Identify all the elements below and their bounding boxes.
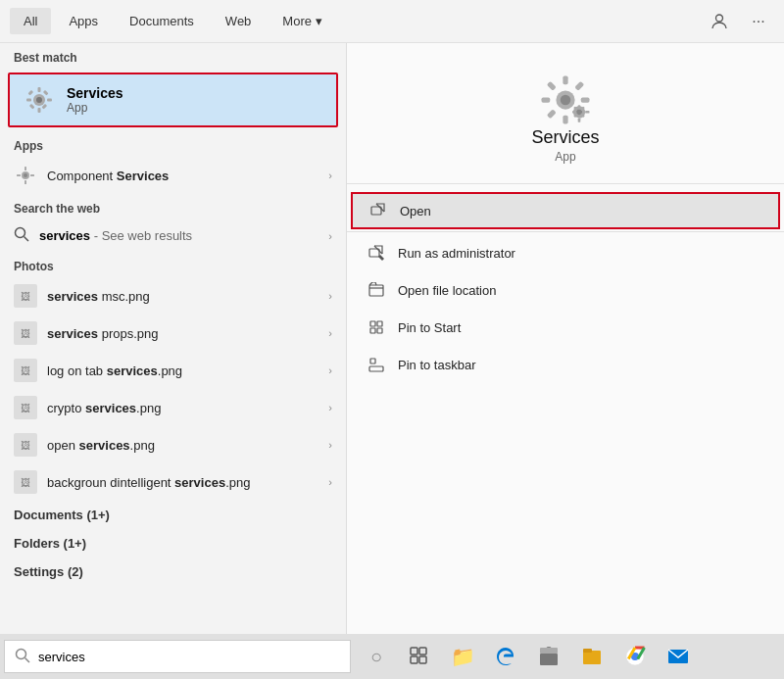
- svg-rect-24: [574, 81, 584, 91]
- svg-rect-46: [370, 328, 375, 333]
- run-as-admin-action[interactable]: Run as administrator: [347, 234, 784, 271]
- svg-rect-21: [563, 116, 567, 124]
- tab-apps[interactable]: Apps: [55, 8, 112, 34]
- svg-rect-22: [542, 97, 551, 102]
- edge-icon[interactable]: [486, 637, 525, 676]
- best-match-text: Services App: [67, 85, 123, 115]
- svg-rect-20: [563, 76, 567, 85]
- pin-to-start-icon: [367, 317, 386, 337]
- file-explorer-icon[interactable]: 📁: [443, 637, 482, 676]
- svg-rect-47: [377, 328, 382, 333]
- user-icon-btn[interactable]: [704, 6, 735, 37]
- svg-rect-27: [547, 109, 557, 119]
- svg-rect-13: [24, 180, 26, 184]
- run-as-admin-label: Run as administrator: [398, 246, 515, 261]
- svg-rect-12: [24, 167, 26, 170]
- photo-icon-2: 🖼: [14, 321, 37, 345]
- photo-icon-3: 🖼: [14, 359, 37, 382]
- app-detail-name: Services: [531, 127, 599, 148]
- svg-rect-14: [17, 174, 21, 176]
- svg-line-51: [25, 657, 30, 662]
- photo-icon-5: 🖼: [14, 433, 37, 457]
- documents-section[interactable]: Documents (1+): [0, 501, 346, 529]
- photo-item-5[interactable]: 🖼 open services.png ›: [0, 426, 346, 463]
- chrome-icon[interactable]: [615, 637, 655, 676]
- component-services-label: Component Services: [47, 169, 318, 183]
- tab-all[interactable]: All: [10, 8, 51, 34]
- mail-icon[interactable]: [659, 637, 698, 676]
- svg-line-41: [374, 246, 382, 254]
- search-circle-icon[interactable]: ○: [357, 637, 396, 676]
- action-list: Open Run as administrator: [347, 184, 784, 389]
- svg-rect-30: [578, 105, 581, 109]
- pin-to-start-action[interactable]: Pin to Start: [347, 309, 784, 346]
- open-label: Open: [400, 204, 431, 218]
- services-app-icon: [24, 84, 55, 116]
- open-file-location-icon: [367, 280, 386, 300]
- svg-rect-32: [572, 111, 576, 114]
- documents-label: Documents (1+): [14, 508, 110, 522]
- photo-chevron-1: ›: [328, 290, 332, 302]
- photo-chevron-3: ›: [328, 364, 332, 376]
- apps-section-label: Apps: [0, 131, 346, 157]
- tab-web[interactable]: Web: [212, 8, 266, 34]
- open-file-location-label: Open file location: [398, 283, 496, 298]
- svg-rect-59: [583, 649, 592, 653]
- more-options-btn[interactable]: ···: [743, 6, 774, 37]
- svg-rect-9: [29, 104, 35, 110]
- svg-rect-49: [370, 359, 375, 364]
- svg-rect-2: [38, 87, 41, 92]
- file-manager-icon[interactable]: [572, 637, 612, 676]
- pin-to-start-label: Pin to Start: [398, 320, 461, 335]
- svg-rect-31: [578, 118, 581, 121]
- store-icon[interactable]: [529, 637, 568, 676]
- open-file-location-action[interactable]: Open file location: [347, 271, 784, 309]
- tab-documents[interactable]: Documents: [116, 8, 208, 34]
- photo-label-6: backgroun dintelligent services.png: [47, 475, 318, 490]
- photo-item-2[interactable]: 🖼 services props.png ›: [0, 315, 346, 352]
- pin-to-taskbar-action[interactable]: Pin to taskbar: [347, 346, 784, 383]
- photo-item-1[interactable]: 🖼 services msc.png ›: [0, 277, 346, 315]
- app-detail-header: Services App: [347, 43, 784, 184]
- left-panel: Best match Services App: [0, 43, 347, 634]
- tab-more[interactable]: More ▾: [269, 8, 335, 34]
- run-as-admin-icon: [367, 243, 386, 263]
- component-services-icon: [14, 164, 37, 187]
- pin-to-taskbar-label: Pin to taskbar: [398, 358, 476, 372]
- pin-to-taskbar-icon: [367, 355, 386, 374]
- search-bar[interactable]: [4, 640, 351, 673]
- taskbar: ○ 📁: [0, 634, 784, 679]
- search-input[interactable]: [38, 650, 340, 664]
- photo-item-3[interactable]: 🖼 log on tab services.png ›: [0, 352, 346, 389]
- task-view-icon[interactable]: [400, 637, 439, 676]
- taskbar-search-icon: [15, 648, 30, 666]
- taskbar-icons: ○ 📁: [357, 637, 698, 676]
- photo-icon-4: 🖼: [14, 396, 37, 419]
- svg-line-17: [24, 237, 29, 242]
- services-detail-icon: [538, 73, 593, 127]
- best-match-item[interactable]: Services App: [8, 73, 338, 127]
- component-services-item[interactable]: Component Services ›: [0, 157, 346, 194]
- svg-rect-57: [540, 648, 558, 654]
- best-match-label: Best match: [0, 43, 346, 69]
- svg-rect-6: [27, 90, 33, 96]
- photo-icon-6: 🖼: [14, 470, 37, 494]
- open-action[interactable]: Open: [351, 192, 780, 229]
- right-panel: Services App Open: [347, 43, 784, 634]
- svg-rect-25: [547, 81, 557, 91]
- divider-1: [347, 231, 784, 232]
- photo-item-6[interactable]: 🖼 backgroun dintelligent services.png ›: [0, 463, 346, 501]
- best-match-title: Services: [67, 85, 123, 101]
- svg-rect-48: [369, 366, 383, 371]
- svg-point-19: [561, 95, 571, 106]
- svg-point-11: [24, 173, 27, 177]
- web-search-item[interactable]: services - See web results ›: [0, 219, 346, 252]
- svg-rect-53: [419, 648, 426, 655]
- svg-rect-55: [419, 656, 426, 663]
- folders-section[interactable]: Folders (1+): [0, 529, 346, 558]
- svg-point-50: [17, 649, 26, 658]
- settings-section[interactable]: Settings (2): [0, 558, 346, 586]
- photo-item-4[interactable]: 🖼 crypto services.png ›: [0, 389, 346, 426]
- web-search-text: services - See web results: [39, 228, 318, 243]
- settings-label: Settings (2): [14, 564, 83, 579]
